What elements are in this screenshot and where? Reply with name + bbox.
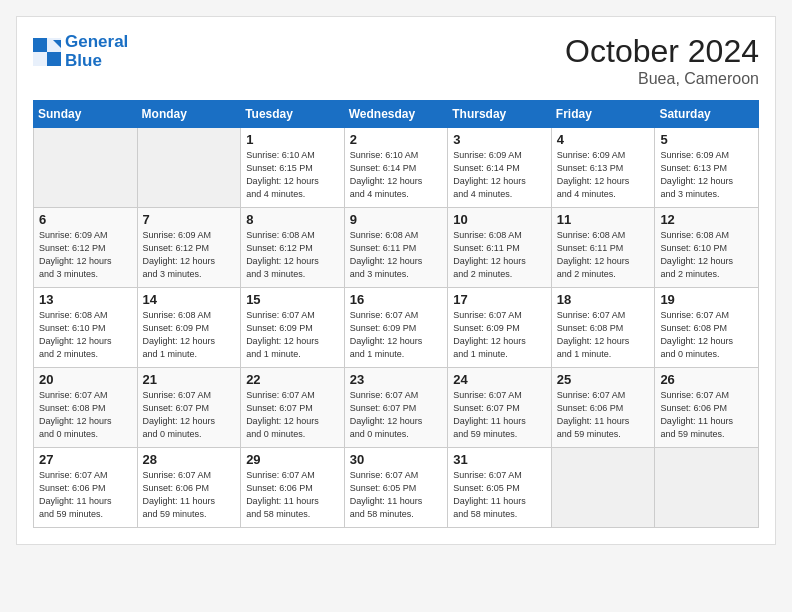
day-info: Sunrise: 6:08 AM Sunset: 6:11 PM Dayligh…: [557, 229, 650, 281]
calendar-cell: 4Sunrise: 6:09 AM Sunset: 6:13 PM Daylig…: [551, 128, 655, 208]
svg-rect-2: [33, 52, 47, 66]
day-info: Sunrise: 6:07 AM Sunset: 6:08 PM Dayligh…: [39, 389, 132, 441]
week-row-2: 6Sunrise: 6:09 AM Sunset: 6:12 PM Daylig…: [34, 208, 759, 288]
day-info: Sunrise: 6:10 AM Sunset: 6:14 PM Dayligh…: [350, 149, 443, 201]
day-number: 8: [246, 212, 339, 227]
day-number: 12: [660, 212, 753, 227]
week-row-1: 1Sunrise: 6:10 AM Sunset: 6:15 PM Daylig…: [34, 128, 759, 208]
day-number: 9: [350, 212, 443, 227]
day-number: 28: [143, 452, 236, 467]
logo: General Blue: [33, 33, 128, 70]
day-number: 2: [350, 132, 443, 147]
day-info: Sunrise: 6:07 AM Sunset: 6:06 PM Dayligh…: [39, 469, 132, 521]
day-number: 4: [557, 132, 650, 147]
calendar-cell: 24Sunrise: 6:07 AM Sunset: 6:07 PM Dayli…: [448, 368, 552, 448]
calendar-cell: 16Sunrise: 6:07 AM Sunset: 6:09 PM Dayli…: [344, 288, 448, 368]
day-number: 14: [143, 292, 236, 307]
logo-icon: [33, 38, 61, 66]
day-number: 17: [453, 292, 546, 307]
calendar-cell: 22Sunrise: 6:07 AM Sunset: 6:07 PM Dayli…: [241, 368, 345, 448]
day-info: Sunrise: 6:07 AM Sunset: 6:07 PM Dayligh…: [453, 389, 546, 441]
calendar-cell: 21Sunrise: 6:07 AM Sunset: 6:07 PM Dayli…: [137, 368, 241, 448]
day-number: 10: [453, 212, 546, 227]
calendar-cell: 18Sunrise: 6:07 AM Sunset: 6:08 PM Dayli…: [551, 288, 655, 368]
day-number: 3: [453, 132, 546, 147]
calendar-cell: 13Sunrise: 6:08 AM Sunset: 6:10 PM Dayli…: [34, 288, 138, 368]
day-number: 30: [350, 452, 443, 467]
day-info: Sunrise: 6:08 AM Sunset: 6:10 PM Dayligh…: [660, 229, 753, 281]
day-header-saturday: Saturday: [655, 101, 759, 128]
day-info: Sunrise: 6:08 AM Sunset: 6:11 PM Dayligh…: [453, 229, 546, 281]
month-title: October 2024: [565, 33, 759, 70]
calendar-cell: 8Sunrise: 6:08 AM Sunset: 6:12 PM Daylig…: [241, 208, 345, 288]
calendar-cell: 23Sunrise: 6:07 AM Sunset: 6:07 PM Dayli…: [344, 368, 448, 448]
day-number: 11: [557, 212, 650, 227]
calendar-cell: 5Sunrise: 6:09 AM Sunset: 6:13 PM Daylig…: [655, 128, 759, 208]
day-info: Sunrise: 6:08 AM Sunset: 6:09 PM Dayligh…: [143, 309, 236, 361]
calendar-cell: [34, 128, 138, 208]
calendar-cell: 9Sunrise: 6:08 AM Sunset: 6:11 PM Daylig…: [344, 208, 448, 288]
calendar-cell: 26Sunrise: 6:07 AM Sunset: 6:06 PM Dayli…: [655, 368, 759, 448]
day-number: 23: [350, 372, 443, 387]
day-info: Sunrise: 6:07 AM Sunset: 6:06 PM Dayligh…: [143, 469, 236, 521]
day-number: 26: [660, 372, 753, 387]
calendar-cell: 19Sunrise: 6:07 AM Sunset: 6:08 PM Dayli…: [655, 288, 759, 368]
calendar-cell: 12Sunrise: 6:08 AM Sunset: 6:10 PM Dayli…: [655, 208, 759, 288]
day-number: 5: [660, 132, 753, 147]
day-number: 22: [246, 372, 339, 387]
day-info: Sunrise: 6:07 AM Sunset: 6:05 PM Dayligh…: [350, 469, 443, 521]
day-info: Sunrise: 6:07 AM Sunset: 6:07 PM Dayligh…: [143, 389, 236, 441]
title-block: October 2024 Buea, Cameroon: [565, 33, 759, 88]
calendar-cell: 2Sunrise: 6:10 AM Sunset: 6:14 PM Daylig…: [344, 128, 448, 208]
calendar-cell: 1Sunrise: 6:10 AM Sunset: 6:15 PM Daylig…: [241, 128, 345, 208]
day-info: Sunrise: 6:07 AM Sunset: 6:09 PM Dayligh…: [246, 309, 339, 361]
day-info: Sunrise: 6:10 AM Sunset: 6:15 PM Dayligh…: [246, 149, 339, 201]
day-info: Sunrise: 6:07 AM Sunset: 6:08 PM Dayligh…: [660, 309, 753, 361]
day-number: 7: [143, 212, 236, 227]
day-header-thursday: Thursday: [448, 101, 552, 128]
day-info: Sunrise: 6:09 AM Sunset: 6:13 PM Dayligh…: [660, 149, 753, 201]
svg-rect-0: [33, 38, 47, 52]
week-row-3: 13Sunrise: 6:08 AM Sunset: 6:10 PM Dayli…: [34, 288, 759, 368]
day-number: 19: [660, 292, 753, 307]
day-number: 31: [453, 452, 546, 467]
calendar-cell: 20Sunrise: 6:07 AM Sunset: 6:08 PM Dayli…: [34, 368, 138, 448]
calendar-cell: [137, 128, 241, 208]
calendar-cell: 31Sunrise: 6:07 AM Sunset: 6:05 PM Dayli…: [448, 448, 552, 528]
day-info: Sunrise: 6:07 AM Sunset: 6:06 PM Dayligh…: [557, 389, 650, 441]
header: General Blue October 2024 Buea, Cameroon: [33, 33, 759, 88]
calendar-cell: 15Sunrise: 6:07 AM Sunset: 6:09 PM Dayli…: [241, 288, 345, 368]
day-info: Sunrise: 6:07 AM Sunset: 6:09 PM Dayligh…: [350, 309, 443, 361]
day-info: Sunrise: 6:08 AM Sunset: 6:11 PM Dayligh…: [350, 229, 443, 281]
calendar-cell: 10Sunrise: 6:08 AM Sunset: 6:11 PM Dayli…: [448, 208, 552, 288]
day-number: 13: [39, 292, 132, 307]
day-header-friday: Friday: [551, 101, 655, 128]
calendar-cell: 28Sunrise: 6:07 AM Sunset: 6:06 PM Dayli…: [137, 448, 241, 528]
calendar-container: General Blue October 2024 Buea, Cameroon…: [16, 16, 776, 545]
calendar-cell: 11Sunrise: 6:08 AM Sunset: 6:11 PM Dayli…: [551, 208, 655, 288]
calendar-cell: [655, 448, 759, 528]
day-info: Sunrise: 6:09 AM Sunset: 6:12 PM Dayligh…: [143, 229, 236, 281]
day-number: 18: [557, 292, 650, 307]
calendar-cell: 14Sunrise: 6:08 AM Sunset: 6:09 PM Dayli…: [137, 288, 241, 368]
logo-text: General Blue: [65, 33, 128, 70]
day-info: Sunrise: 6:07 AM Sunset: 6:09 PM Dayligh…: [453, 309, 546, 361]
day-number: 15: [246, 292, 339, 307]
day-info: Sunrise: 6:08 AM Sunset: 6:10 PM Dayligh…: [39, 309, 132, 361]
calendar-cell: 30Sunrise: 6:07 AM Sunset: 6:05 PM Dayli…: [344, 448, 448, 528]
day-info: Sunrise: 6:07 AM Sunset: 6:07 PM Dayligh…: [246, 389, 339, 441]
calendar-table: SundayMondayTuesdayWednesdayThursdayFrid…: [33, 100, 759, 528]
day-info: Sunrise: 6:09 AM Sunset: 6:14 PM Dayligh…: [453, 149, 546, 201]
day-number: 21: [143, 372, 236, 387]
day-info: Sunrise: 6:09 AM Sunset: 6:12 PM Dayligh…: [39, 229, 132, 281]
calendar-cell: 7Sunrise: 6:09 AM Sunset: 6:12 PM Daylig…: [137, 208, 241, 288]
day-number: 27: [39, 452, 132, 467]
calendar-cell: 27Sunrise: 6:07 AM Sunset: 6:06 PM Dayli…: [34, 448, 138, 528]
calendar-cell: 3Sunrise: 6:09 AM Sunset: 6:14 PM Daylig…: [448, 128, 552, 208]
calendar-cell: 29Sunrise: 6:07 AM Sunset: 6:06 PM Dayli…: [241, 448, 345, 528]
day-number: 20: [39, 372, 132, 387]
day-info: Sunrise: 6:07 AM Sunset: 6:05 PM Dayligh…: [453, 469, 546, 521]
day-info: Sunrise: 6:07 AM Sunset: 6:07 PM Dayligh…: [350, 389, 443, 441]
svg-rect-3: [47, 52, 61, 66]
day-number: 29: [246, 452, 339, 467]
